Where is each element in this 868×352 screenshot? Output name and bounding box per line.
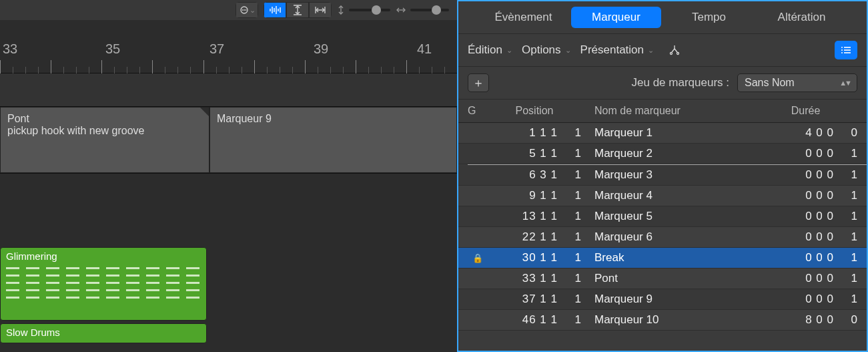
position-sub-cell[interactable]: 1 (558, 126, 581, 140)
position-sub-cell[interactable]: 1 (558, 293, 581, 306)
menu-button[interactable]: ⌄ (236, 2, 258, 18)
marker-set-select[interactable]: Sans Nom ▲▼ (737, 73, 857, 92)
position-sub-cell[interactable]: 1 (558, 147, 581, 160)
duration-cell[interactable]: 0 0 0 (754, 251, 834, 265)
table-row[interactable]: 33 1 11Pont0 0 01 (458, 269, 867, 289)
vertical-zoom-tool[interactable] (286, 2, 309, 18)
position-cell[interactable]: 5 1 1 (488, 147, 558, 160)
table-row[interactable]: 22 1 11Marqueur 60 0 01 (458, 227, 867, 248)
position-sub-cell[interactable]: 1 (558, 251, 581, 265)
track-lane[interactable]: Glimmering Slow Drums (0, 247, 457, 325)
table-row[interactable]: 46 1 11Marqueur 108 0 00 (458, 310, 867, 331)
duration-cell[interactable]: 0 0 0 (754, 230, 834, 244)
duration-sub-cell[interactable]: 1 (834, 251, 857, 265)
col-header-duration[interactable]: Durée (754, 105, 857, 117)
tab-alteration[interactable]: Altération (757, 7, 847, 28)
horizontal-fit-tool[interactable] (309, 2, 332, 18)
position-cell[interactable]: 6 3 1 (488, 168, 558, 182)
name-cell[interactable]: Marqueur 1 (581, 126, 754, 140)
waveform-tool[interactable] (264, 2, 286, 18)
menu-options[interactable]: Options⌄ (522, 43, 571, 57)
duration-cell[interactable]: 0 0 0 (754, 272, 834, 285)
duration-cell[interactable]: 0 0 0 (754, 147, 834, 160)
table-row[interactable]: 6 3 11Marqueur 30 0 01 (458, 165, 867, 186)
duration-sub-cell[interactable]: 1 (834, 210, 857, 223)
list-view-button[interactable] (835, 41, 857, 59)
position-cell[interactable]: 46 1 1 (488, 313, 558, 327)
svg-point-21 (671, 53, 673, 55)
name-cell[interactable]: Break (581, 251, 754, 265)
position-cell[interactable]: 22 1 1 (488, 230, 558, 244)
marker-set-row: ＋ Jeu de marqueurs : Sans Nom ▲▼ (458, 67, 867, 100)
marker-lane[interactable]: Pont pickup hook with new groove Marqueu… (0, 107, 457, 174)
duration-sub-cell[interactable]: 1 (834, 293, 857, 306)
name-cell[interactable]: Marqueur 9 (581, 293, 754, 306)
horizontal-zoom-slider[interactable] (396, 2, 449, 18)
audio-clip-glimmering[interactable]: Glimmering (0, 247, 207, 321)
name-cell[interactable]: Marqueur 5 (581, 210, 754, 223)
filter-button[interactable] (663, 41, 686, 59)
duration-sub-cell[interactable]: 1 (834, 189, 857, 202)
table-row[interactable]: 5 1 11Marqueur 20 0 01 (458, 144, 867, 164)
position-sub-cell[interactable]: 1 (558, 189, 581, 202)
duration-sub-cell[interactable]: 1 (834, 168, 857, 182)
position-sub-cell[interactable]: 1 (558, 230, 581, 244)
position-cell[interactable]: 30 1 1 (488, 251, 558, 265)
arrange-area: ⌄ 33 35 37 39 41 (0, 0, 457, 352)
menu-presentation[interactable]: Présentation⌄ (580, 43, 654, 57)
position-sub-cell[interactable]: 1 (558, 313, 581, 327)
position-cell[interactable]: 9 1 1 (488, 189, 558, 202)
position-cell[interactable]: 33 1 1 (488, 272, 558, 285)
name-cell[interactable]: Marqueur 10 (581, 313, 754, 327)
vertical-zoom-slider[interactable] (337, 2, 390, 18)
position-sub-cell[interactable]: 1 (558, 168, 581, 182)
col-header-name[interactable]: Nom de marqueur (581, 105, 754, 117)
col-header-g[interactable]: G (468, 105, 488, 117)
duration-cell[interactable]: 8 0 0 (754, 313, 834, 327)
table-row[interactable]: 1 1 11Marqueur 14 0 00 (458, 123, 867, 144)
table-row[interactable]: 9 1 11Marqueur 40 0 01 (458, 186, 867, 206)
duration-sub-cell[interactable]: 0 (834, 313, 857, 327)
name-cell[interactable]: Pont (581, 272, 754, 285)
duration-cell[interactable]: 0 0 0 (754, 293, 834, 306)
name-cell[interactable]: Marqueur 4 (581, 189, 754, 202)
duration-cell[interactable]: 4 0 0 (754, 126, 834, 140)
svg-point-3 (245, 9, 246, 11)
marker-region-pont[interactable]: Pont pickup hook with new groove (0, 107, 209, 173)
position-sub-cell[interactable]: 1 (558, 210, 581, 223)
marker-title: Pont (7, 113, 202, 125)
add-marker-button[interactable]: ＋ (468, 73, 489, 92)
duration-sub-cell[interactable]: 1 (834, 230, 857, 244)
audio-clip-slowdrums[interactable]: Slow Drums (0, 323, 207, 343)
position-cell[interactable]: 37 1 1 (488, 293, 558, 306)
tab-tempo[interactable]: Tempo (664, 7, 754, 28)
editor-tabs: Évènement Marqueur Tempo Altération (458, 1, 867, 34)
table-row[interactable]: 13 1 11Marqueur 50 0 01 (458, 206, 867, 227)
marker-subtitle: pickup hook with new groove (7, 125, 144, 136)
bar-number: 41 (417, 41, 432, 57)
name-cell[interactable]: Marqueur 2 (581, 147, 754, 160)
duration-sub-cell[interactable]: 0 (834, 126, 857, 140)
duration-sub-cell[interactable]: 1 (834, 272, 857, 285)
svg-line-19 (672, 49, 675, 52)
name-cell[interactable]: Marqueur 6 (581, 230, 754, 244)
tab-marker[interactable]: Marqueur (571, 7, 661, 28)
duration-sub-cell[interactable]: 1 (834, 147, 857, 160)
col-header-position[interactable]: Position (488, 105, 581, 117)
duration-cell[interactable]: 0 0 0 (754, 189, 834, 202)
updown-icon: ▲▼ (839, 79, 850, 87)
timeline-ruler[interactable]: 33 35 37 39 41 (0, 20, 457, 73)
tab-event[interactable]: Évènement (478, 7, 568, 28)
position-cell[interactable]: 1 1 1 (488, 126, 558, 140)
duration-cell[interactable]: 0 0 0 (754, 210, 834, 223)
name-cell[interactable]: Marqueur 3 (581, 168, 754, 182)
marker-region-9[interactable]: Marqueur 9 (209, 107, 457, 173)
position-sub-cell[interactable]: 1 (558, 272, 581, 285)
table-row[interactable]: 37 1 11Marqueur 90 0 01 (458, 289, 867, 310)
menu-edit[interactable]: Édition⌄ (468, 43, 512, 57)
marker-set-label: Jeu de marqueurs : (632, 76, 729, 90)
duration-cell[interactable]: 0 0 0 (754, 168, 834, 182)
position-cell[interactable]: 13 1 1 (488, 210, 558, 223)
lock-cell: 🔒 (468, 253, 488, 263)
table-row[interactable]: 🔒30 1 11Break0 0 01 (458, 248, 867, 269)
